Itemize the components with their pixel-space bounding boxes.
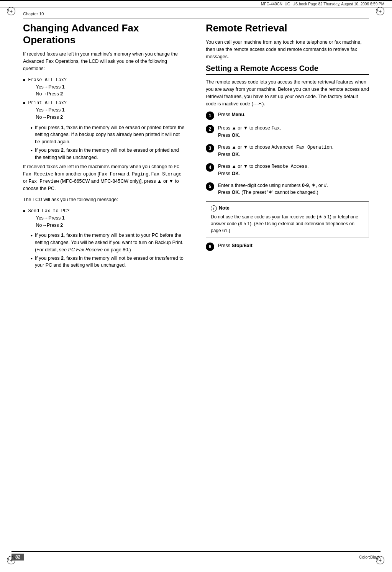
bullet-list-1: Erase All Fax? Yes→Press 1 No→Press 2 Pr… [23, 76, 186, 121]
chapter-label: Chapter 10 [23, 11, 44, 16]
note-label: Note [219, 205, 230, 212]
sub-bullet-text-1: If you press 1, faxes in the memory will… [35, 124, 186, 146]
right-main-title: Remote Retrieval [206, 22, 369, 34]
note-box: i Note Do not use the same code as your … [206, 201, 369, 238]
step-6: 6 Press Stop/Exit. [206, 242, 369, 251]
bullet-1-code: Erase All Fax? [28, 77, 67, 83]
bullet-3-yes: Yes→Press 1 [36, 215, 69, 222]
left-intro: If received faxes are left in your machi… [23, 51, 186, 72]
bullet-2-yes: Yes→Press 1 [36, 107, 67, 114]
sub-bullet-1: If you press 1, faxes in the memory will… [31, 124, 186, 146]
step-3: 3 Press ▲ or ▼ to choose Advanced Fax Op… [206, 144, 369, 158]
reg-mark-bottom-right: + [376, 556, 385, 565]
step-4-content: Press ▲ or ▼ to choose Remote Access. Pr… [218, 163, 369, 177]
page-wrapper: + + MFC-440CN_UG_US.book Page 82 Thursda… [0, 0, 392, 572]
sub-bullet-list-2: If you press 1, faxes in the memory will… [31, 232, 186, 269]
bullet-item-2: Print All Fax? Yes→Press 1 No→Press 2 [23, 99, 186, 121]
step-3-number: 3 [206, 144, 214, 152]
step-1-number: 1 [206, 111, 214, 120]
content-area: Changing Advanced Fax Operations If rece… [23, 22, 369, 271]
bullet-2-code: Print All Fax? [28, 100, 67, 106]
file-info-bar: MFC-440CN_UG_US.book Page 82 Thursday, A… [0, 0, 392, 8]
bullet-3-code: Send Fax to PC? [28, 208, 69, 214]
step-6-number: 6 [206, 243, 214, 251]
step-5-number: 5 [206, 182, 214, 191]
step-2: 2 Press ▲ or ▼ to choose Fax. Press OK. [206, 125, 369, 139]
file-info-text: MFC-440CN_UG_US.book Page 82 Thursday, A… [261, 2, 384, 6]
bullet-1-no: No→Press 2 [36, 90, 67, 98]
bullet-item-1: Erase All Fax? Yes→Press 1 No→Press 2 [23, 76, 186, 98]
note-text: Do not use the same code as your fax rec… [211, 213, 364, 234]
step-6-content: Press Stop/Exit. [218, 242, 369, 249]
sub-bullet-text-2: If you press 2, faxes in the memory will… [35, 147, 186, 161]
step-4-number: 4 [206, 163, 214, 172]
step-1-content: Press Menu. [218, 111, 369, 118]
reg-mark-top-right: + [376, 7, 385, 16]
sub-bullet-2: If you press 2, faxes in the memory will… [31, 147, 186, 161]
bullet-item-3: Send Fax to PC? Yes→Press 1 No→Press 2 [23, 207, 186, 229]
page-footer: 82 Color:Black [11, 551, 381, 561]
step-2-number: 2 [206, 125, 214, 133]
bullet-list-2: Send Fax to PC? Yes→Press 1 No→Press 2 [23, 207, 186, 229]
reg-mark-bottom-left: + [7, 556, 16, 565]
right-intro: You can call your machine from any touch… [206, 39, 369, 60]
sub-bullet-list-1: If you press 1, faxes in the memory will… [31, 124, 186, 161]
right-column: Remote Retrieval You can call your machi… [196, 22, 369, 271]
sub-bullet-text-3: If you press 1, faxes in the memory will… [35, 232, 186, 253]
sub-bullet-4: If you press 2, faxes in the memory will… [31, 255, 186, 269]
left-column: Changing Advanced Fax Operations If rece… [23, 22, 196, 271]
step-3-content: Press ▲ or ▼ to choose Advanced Fax Oper… [218, 144, 369, 158]
left-para2: If received faxes are left in the machin… [23, 163, 186, 192]
bullet-1-yes: Yes→Press 1 [36, 84, 67, 91]
left-main-title: Changing Advanced Fax Operations [23, 22, 186, 46]
note-title: i Note [211, 205, 364, 212]
step-5-content: Enter a three-digit code using numbers 0… [218, 182, 369, 197]
right-section-title: Setting a Remote Access Code [206, 64, 369, 75]
bullet-3-no: No→Press 2 [36, 222, 69, 229]
right-section-text: The remote access code lets you access t… [206, 79, 369, 107]
sub-bullet-3: If you press 1, faxes in the memory will… [31, 232, 186, 253]
chapter-header: Chapter 10 [23, 11, 369, 18]
sub-bullet-text-4: If you press 2, faxes in the memory will… [35, 255, 186, 269]
step-2-content: Press ▲ or ▼ to choose Fax. Press OK. [218, 125, 369, 139]
step-4: 4 Press ▲ or ▼ to choose Remote Access. … [206, 163, 369, 177]
left-para3: The LCD will ask you the following messa… [23, 196, 186, 203]
reg-mark-top-left: + [7, 7, 16, 16]
step-1: 1 Press Menu. [206, 111, 369, 120]
bullet-2-no: No→Press 2 [36, 114, 67, 121]
note-icon: i [211, 205, 217, 211]
step-5: 5 Enter a three-digit code using numbers… [206, 182, 369, 197]
